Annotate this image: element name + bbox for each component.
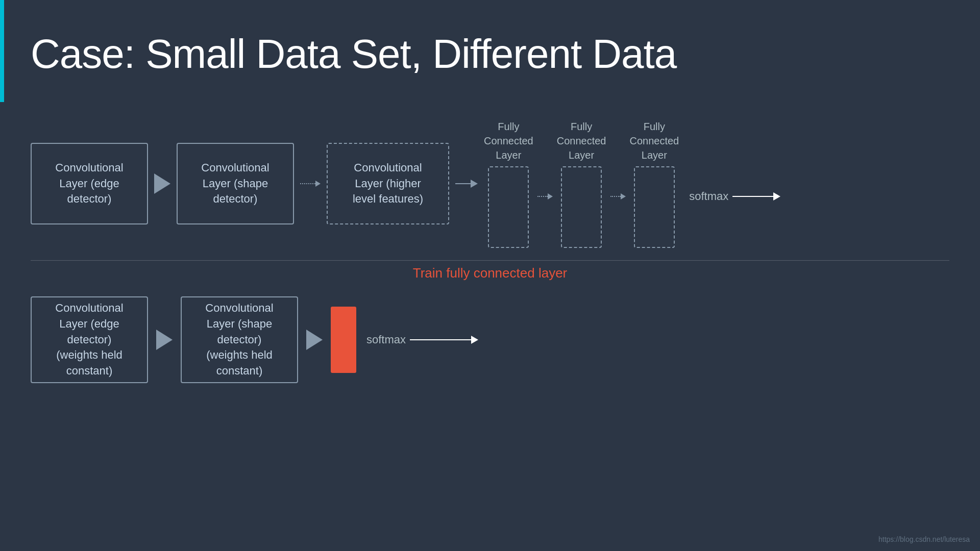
arrow2 [300, 181, 321, 187]
conv3-label: ConvolutionalLayer (higherlevel features… [353, 160, 423, 207]
arrow1 [154, 173, 170, 194]
footer-url: https://blog.csdn.net/luteresa [878, 535, 970, 543]
softmax-arrow-top: softmax [689, 190, 780, 203]
fc-box-3 [634, 166, 675, 248]
top-flow: ConvolutionalLayer (edgedetector) Convol… [31, 112, 949, 255]
bconv2-box: ConvolutionalLayer (shapedetector)(weigh… [181, 296, 298, 383]
train-label: Train fully connected layer [31, 265, 949, 281]
barrow2 [306, 330, 323, 350]
fc-orange-box [331, 307, 356, 373]
bconv1-box: ConvolutionalLayer (edgedetector)(weight… [31, 296, 148, 383]
conv1-box: ConvolutionalLayer (edgedetector) [31, 143, 148, 224]
softmax-label-bottom: softmax [366, 333, 406, 346]
fc-label-3: FullyConnectedLayer [630, 119, 679, 162]
barrow1 [156, 330, 173, 350]
bottom-section: Train fully connected layer Convolutiona… [31, 265, 949, 383]
bconv2-label: ConvolutionalLayer (shapedetector)(weigh… [205, 300, 273, 379]
page-title: Case: Small Data Set, Different Data [31, 31, 676, 78]
softmax-arrow-bottom: softmax [366, 333, 478, 346]
fc-box-2 [561, 166, 602, 248]
section-divider [31, 260, 949, 261]
arrow5 [610, 193, 626, 199]
conv2-label: ConvolutionalLayer (shapedetector) [201, 160, 269, 207]
arrow4 [537, 193, 553, 199]
softmax-label-top: softmax [689, 190, 728, 203]
bconv1-label: ConvolutionalLayer (edgedetector)(weight… [55, 300, 123, 379]
fc-label-1: FullyConnectedLayer [484, 119, 533, 162]
fc-col-1: FullyConnectedLayer [484, 119, 533, 248]
conv2-box: ConvolutionalLayer (shapedetector) [177, 143, 294, 224]
conv1-label: ConvolutionalLayer (edgedetector) [55, 160, 123, 207]
fc-col-3: FullyConnectedLayer [630, 119, 679, 248]
top-diagram: ConvolutionalLayer (edgedetector) Convol… [31, 112, 949, 255]
fc-box-1 [488, 166, 529, 248]
fc-label-2: FullyConnectedLayer [557, 119, 606, 162]
conv3-box: ConvolutionalLayer (higherlevel features… [327, 143, 449, 224]
accent-bar [0, 0, 4, 102]
arrow3 [455, 180, 478, 188]
bottom-flow: ConvolutionalLayer (edgedetector)(weight… [31, 296, 949, 383]
fc-col-2: FullyConnectedLayer [557, 119, 606, 248]
